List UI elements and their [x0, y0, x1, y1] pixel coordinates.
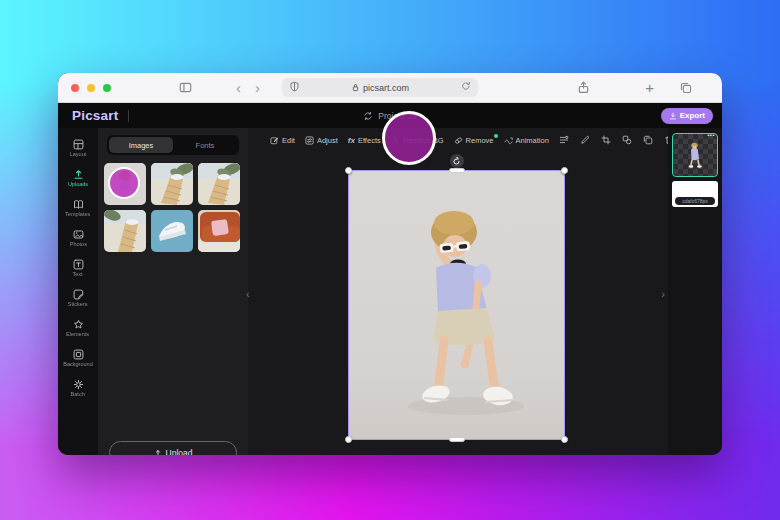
sidebar-item-stickers[interactable]: Stickers — [58, 283, 98, 313]
new-tab-button[interactable]: + — [645, 79, 654, 96]
minimize-window-button[interactable] — [87, 84, 95, 92]
notification-dot — [494, 134, 498, 138]
sidebar-item-label: Elements — [66, 331, 89, 337]
thumbnail-annotation-circle — [108, 167, 140, 199]
animation-icon — [504, 136, 513, 145]
thumbnail-coffee-cup[interactable] — [104, 210, 146, 252]
elements-icon — [73, 319, 84, 330]
sidebar-item-text[interactable]: Text — [58, 253, 98, 283]
sidebar-item-templates[interactable]: Templates — [58, 193, 98, 223]
animation-button[interactable]: Animation — [504, 136, 549, 145]
edit-button[interactable]: Edit — [270, 136, 295, 145]
layer-model-cutout — [683, 140, 707, 170]
sidebar-item-photos[interactable]: Photos — [58, 223, 98, 253]
back-button[interactable]: ‹ — [236, 80, 241, 95]
effects-button[interactable]: fx Effects — [348, 136, 381, 145]
crop-button[interactable] — [601, 135, 611, 145]
app-main: Layout Uploads Templates Photos Text Sti… — [58, 128, 722, 455]
forward-button[interactable]: › — [255, 80, 260, 95]
remove-bg-icon — [391, 136, 400, 145]
resize-handle-bottom-left[interactable] — [345, 436, 352, 443]
page-thumbnail[interactable]: cdafc678px — [672, 181, 718, 207]
sidebar-toggle-icon — [179, 81, 192, 94]
rotate-handle[interactable] — [450, 154, 464, 168]
header-divider — [128, 110, 129, 122]
upload-button[interactable]: Upload — [109, 441, 237, 455]
picsart-logo[interactable]: Picsart — [72, 108, 118, 123]
export-button[interactable]: Export — [661, 108, 713, 124]
remove-label: Remove — [466, 136, 494, 145]
uploads-grid — [98, 161, 248, 254]
position-button[interactable] — [559, 135, 569, 145]
sidebar-item-label: Uploads — [68, 181, 88, 187]
thumbnail-model-photo[interactable] — [104, 163, 146, 205]
collapse-left-panel-arrow[interactable]: ‹ — [246, 288, 250, 300]
sidebar-item-uploads[interactable]: Uploads — [58, 163, 98, 193]
close-window-button[interactable] — [71, 84, 79, 92]
canvas-photo[interactable] — [348, 170, 565, 440]
zoom-window-button[interactable] — [103, 84, 111, 92]
uploads-panel: Images Fonts — [98, 128, 248, 455]
animation-label: Animation — [516, 136, 549, 145]
templates-icon — [73, 199, 84, 210]
resize-handle-bottom[interactable] — [449, 437, 465, 442]
panel-tabs: Images Fonts — [107, 135, 239, 155]
resize-handle-top-right[interactable] — [561, 167, 568, 174]
tab-images[interactable]: Images — [109, 137, 173, 153]
tab-fonts[interactable]: Fonts — [173, 137, 237, 153]
shapes-button[interactable] — [622, 135, 632, 145]
resize-handle-top[interactable] — [449, 168, 465, 173]
resize-handle-top-left[interactable] — [345, 167, 352, 174]
download-icon — [669, 112, 677, 120]
layer-menu-button[interactable]: ••• — [707, 133, 715, 138]
adjust-button[interactable]: Adjust — [305, 136, 338, 145]
address-bar[interactable]: picsart.com — [282, 78, 478, 97]
sidebar-toggle-button[interactable] — [179, 81, 192, 94]
text-icon — [73, 259, 84, 270]
sidebar-item-label: Batch — [71, 391, 85, 397]
sidebar-item-label: Background — [63, 361, 92, 367]
traffic-lights — [71, 84, 111, 92]
eraser-icon — [454, 136, 463, 145]
model-photo-image — [348, 170, 565, 440]
resize-handle-bottom-right[interactable] — [561, 436, 568, 443]
expand-right-panel-arrow[interactable]: › — [661, 288, 665, 300]
privacy-shield-icon[interactable] — [289, 81, 300, 92]
stickers-icon — [73, 289, 84, 300]
sidebar-item-background[interactable]: Background — [58, 343, 98, 373]
sidebar-item-label: Templates — [65, 211, 90, 217]
draw-button[interactable] — [580, 135, 590, 145]
sidebar-item-batch[interactable]: Batch — [58, 373, 98, 403]
browser-chrome: ‹ › picsart.com + — [58, 73, 722, 103]
remove-bg-button[interactable]: Remove BG — [391, 136, 444, 145]
layer-thumbnail-selected[interactable]: ••• — [672, 133, 718, 177]
crop-icon — [601, 135, 611, 145]
batch-icon — [73, 379, 84, 390]
sync-icon[interactable] — [363, 111, 373, 121]
sidebar-item-layout[interactable]: Layout — [58, 133, 98, 163]
sidebar-item-label: Layout — [70, 151, 87, 157]
thumbnail-sneakers[interactable] — [151, 210, 193, 252]
tab-overview-button[interactable] — [680, 82, 692, 94]
pen-icon — [580, 135, 590, 145]
duplicate-button[interactable] — [643, 135, 653, 145]
canvas-area[interactable]: Edit Adjust fx Effects Remove BG Remove — [248, 128, 668, 455]
layers-panel: ••• cdafc678px — [668, 128, 722, 455]
upload-arrow-icon — [154, 449, 162, 456]
thumbnail-sofa[interactable] — [198, 210, 240, 252]
reload-button[interactable] — [461, 81, 471, 91]
photos-icon — [73, 229, 84, 240]
remove-bg-label: Remove BG — [403, 136, 444, 145]
thumbnail-coffee-cup[interactable] — [151, 163, 193, 205]
remove-button[interactable]: Remove — [454, 136, 494, 145]
sidebar-item-elements[interactable]: Elements — [58, 313, 98, 343]
duplicate-icon — [643, 135, 653, 145]
edit-icon — [270, 136, 279, 145]
project-title[interactable]: Project 15 — [378, 111, 416, 121]
thumbnail-coffee-cup[interactable] — [198, 163, 240, 205]
browser-window: ‹ › picsart.com + Picsart — [58, 73, 722, 455]
edit-label: Edit — [282, 136, 295, 145]
layout-icon — [73, 139, 84, 150]
context-toolbar: Edit Adjust fx Effects Remove BG Remove — [270, 128, 644, 152]
share-button[interactable] — [577, 81, 590, 94]
